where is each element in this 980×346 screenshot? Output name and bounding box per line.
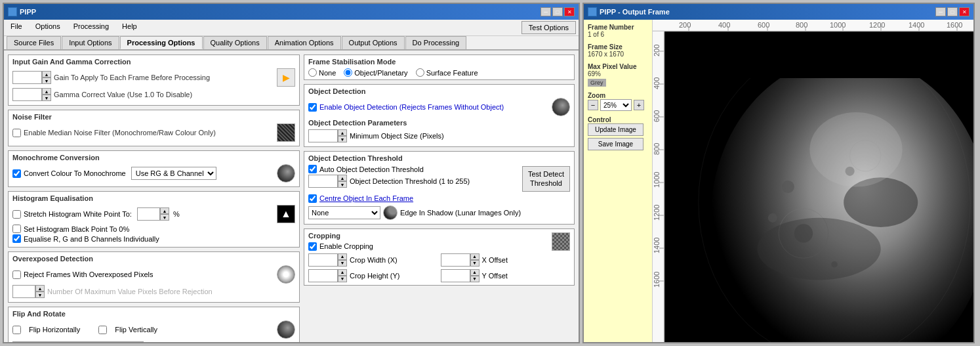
output-maximize-button[interactable]: □ bbox=[947, 7, 958, 16]
auto-threshold-checkbox[interactable] bbox=[308, 165, 317, 173]
x-offset-down[interactable]: ▼ bbox=[470, 260, 480, 267]
enable-cropping-checkbox[interactable] bbox=[308, 242, 317, 251]
radio-none-input[interactable] bbox=[308, 68, 317, 77]
output-minimize-button[interactable]: ─ bbox=[935, 7, 946, 16]
stretch-up[interactable]: ▲ bbox=[160, 207, 169, 214]
zoom-out-button[interactable]: − bbox=[588, 100, 598, 110]
radio-surface-input[interactable] bbox=[416, 68, 424, 77]
overexposed-checkbox[interactable] bbox=[12, 270, 21, 279]
stretch-label: Stretch Histogram White Point To: bbox=[24, 210, 132, 218]
crop-width-spinner[interactable]: 1670 ▲ ▼ bbox=[308, 253, 347, 267]
update-image-button[interactable]: Update Image bbox=[588, 123, 643, 136]
tab-do-processing[interactable]: Do Processing bbox=[405, 36, 467, 49]
output-close-button[interactable]: ✕ bbox=[959, 7, 970, 16]
menu-file[interactable]: File bbox=[7, 21, 26, 34]
max-pixels-up[interactable]: ▲ bbox=[35, 285, 45, 292]
maximize-button[interactable]: □ bbox=[552, 7, 563, 16]
monochrome-channel-select[interactable]: Use RG & B Channels Use R Channel Only U… bbox=[131, 167, 216, 180]
crop-height-label: Crop Height (Y) bbox=[350, 272, 399, 280]
rotation-select[interactable]: No Rotation Rotate 90° Rotate 180° Rotat… bbox=[12, 341, 144, 342]
main-content: Input Gain And Gamma Correction 1.0 ▲ ▼ … bbox=[4, 51, 579, 342]
menu-processing[interactable]: Processing bbox=[70, 21, 113, 34]
threshold-up[interactable]: ▲ bbox=[338, 175, 347, 181]
gamma-up[interactable]: ▲ bbox=[42, 88, 51, 95]
y-offset-down[interactable]: ▼ bbox=[470, 276, 480, 282]
zoom-select[interactable]: 10% 25% 50% 75% 100% bbox=[600, 99, 632, 111]
menu-options[interactable]: Options bbox=[31, 21, 64, 34]
gamma-down[interactable]: ▼ bbox=[42, 95, 51, 101]
min-size-down[interactable]: ▼ bbox=[338, 136, 347, 142]
tab-output-options[interactable]: Output Options bbox=[342, 36, 405, 49]
gamma-input[interactable]: 1.0 bbox=[12, 88, 42, 101]
y-offset-up[interactable]: ▲ bbox=[470, 269, 480, 276]
svg-text:800: 800 bbox=[653, 143, 661, 155]
centre-label[interactable]: Centre Object In Each Frame bbox=[319, 194, 413, 202]
crop-width-down[interactable]: ▼ bbox=[338, 260, 347, 267]
flip-v-checkbox[interactable] bbox=[98, 326, 107, 334]
min-size-input[interactable]: 50 bbox=[308, 129, 338, 142]
tab-processing-options[interactable]: Processing Options bbox=[120, 36, 203, 49]
threshold-input[interactable]: 40 bbox=[308, 175, 338, 188]
gain-spinner[interactable]: 1.0 ▲ ▼ bbox=[12, 71, 51, 84]
svg-text:600: 600 bbox=[758, 21, 769, 29]
control-group: Control Update Image Save Image bbox=[588, 116, 648, 152]
crop-height-up[interactable]: ▲ bbox=[338, 269, 347, 276]
threshold-down[interactable]: ▼ bbox=[338, 181, 347, 188]
gain-play-icon[interactable]: ▶ bbox=[277, 68, 295, 87]
max-pixels-label: Number Of Maximum Value Pixels Before Re… bbox=[47, 288, 213, 295]
crop-height-down[interactable]: ▼ bbox=[338, 276, 347, 282]
test-detect-button[interactable]: Test Detect Threshold bbox=[522, 166, 570, 192]
gain-input[interactable]: 1.0 bbox=[12, 71, 42, 84]
crop-height-spinner[interactable]: 1670 ▲ ▼ bbox=[308, 269, 347, 282]
tab-quality-options[interactable]: Quality Options bbox=[203, 36, 267, 49]
stretch-down[interactable]: ▼ bbox=[160, 214, 169, 221]
stretch-spinner[interactable]: 75 ▲ ▼ bbox=[137, 207, 169, 221]
enable-detect-checkbox[interactable] bbox=[308, 103, 317, 112]
minimize-button[interactable]: ─ bbox=[541, 7, 551, 16]
radio-surface-label: Surface Feature bbox=[426, 69, 478, 77]
gain-up[interactable]: ▲ bbox=[42, 71, 51, 77]
zoom-in-button[interactable]: + bbox=[634, 100, 644, 110]
max-pixels-input[interactable]: 20 bbox=[12, 285, 35, 298]
black-point-checkbox[interactable] bbox=[12, 225, 21, 233]
menu-help[interactable]: Help bbox=[118, 21, 141, 34]
gamma-spinner[interactable]: 1.0 ▲ ▼ bbox=[12, 88, 51, 101]
x-offset-input[interactable]: 0 bbox=[441, 253, 470, 267]
x-offset-up[interactable]: ▲ bbox=[470, 253, 480, 260]
stretch-input[interactable]: 75 bbox=[137, 207, 160, 221]
noise-filter-section: Noise Filter Enable Median Noise Filter … bbox=[8, 110, 300, 146]
flip-h-checkbox[interactable] bbox=[12, 326, 21, 334]
crop-width-input[interactable]: 1670 bbox=[308, 253, 338, 267]
min-size-up[interactable]: ▲ bbox=[338, 129, 347, 136]
radio-object-input[interactable] bbox=[344, 68, 352, 77]
threshold-content: Auto Object Detection Threshold 40 ▲ ▼ O… bbox=[308, 165, 570, 192]
close-button[interactable]: ✕ bbox=[564, 7, 575, 16]
stretch-checkbox[interactable] bbox=[12, 210, 21, 219]
y-offset-input[interactable]: 0 bbox=[441, 269, 470, 282]
gain-down[interactable]: ▼ bbox=[42, 77, 51, 84]
flip-icon bbox=[277, 320, 295, 339]
tab-input-options[interactable]: Input Options bbox=[62, 36, 119, 49]
save-image-button[interactable]: Save Image bbox=[588, 138, 643, 150]
x-offset-spinner[interactable]: 0 ▲ ▼ bbox=[441, 253, 480, 267]
tab-source-files[interactable]: Source Files bbox=[7, 36, 61, 49]
threshold-spinner[interactable]: 40 ▲ ▼ bbox=[308, 175, 347, 188]
shadow-select[interactable]: None bbox=[308, 206, 380, 219]
svg-text:200: 200 bbox=[653, 45, 661, 56]
max-pixels-spinner[interactable]: 20 ▲ ▼ bbox=[12, 285, 45, 298]
min-size-spinner[interactable]: 50 ▲ ▼ bbox=[308, 129, 347, 142]
zoom-group: Zoom − 10% 25% 50% 75% 100% + bbox=[588, 92, 648, 111]
y-offset-spinner[interactable]: 0 ▲ ▼ bbox=[441, 269, 480, 282]
max-pixels-down[interactable]: ▼ bbox=[35, 292, 45, 298]
input-gain-section: Input Gain And Gamma Correction 1.0 ▲ ▼ … bbox=[8, 54, 300, 106]
noise-filter-checkbox[interactable] bbox=[12, 129, 21, 137]
centre-checkbox[interactable] bbox=[308, 194, 317, 203]
equalise-checkbox[interactable] bbox=[12, 234, 21, 243]
monochrome-checkbox[interactable] bbox=[12, 169, 21, 178]
flip-rotate-section: Flip And Rotate Flip Horizontally Flip V… bbox=[8, 307, 300, 342]
crop-height-input[interactable]: 1670 bbox=[308, 269, 338, 282]
test-options-button[interactable]: Test Options bbox=[521, 21, 576, 34]
tab-animation-options[interactable]: Animation Options bbox=[268, 36, 341, 49]
black-point-label: Set Histogram Black Point To 0% bbox=[24, 225, 129, 233]
crop-width-up[interactable]: ▲ bbox=[338, 253, 347, 260]
